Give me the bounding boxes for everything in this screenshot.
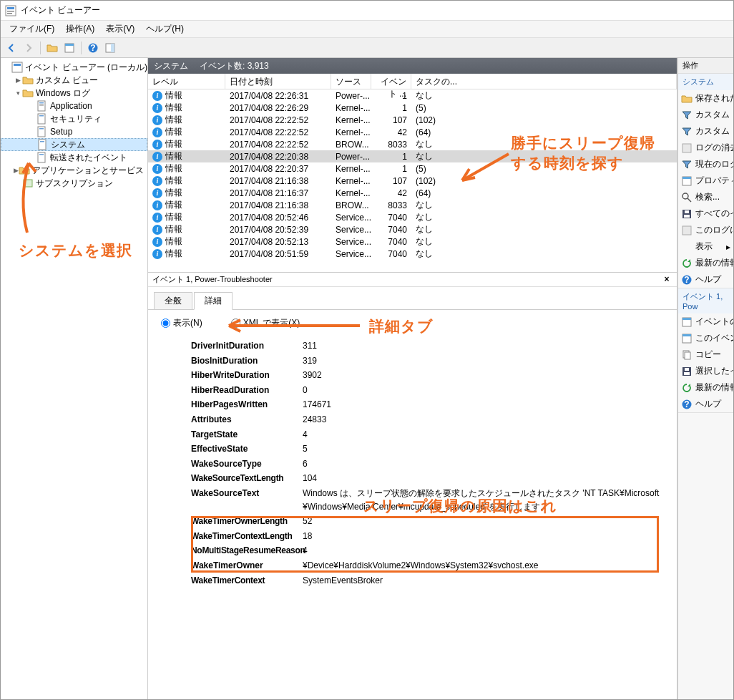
table-row[interactable]: i情報2017/04/08 22:20:38Power-...1なし	[148, 150, 677, 162]
grid-header[interactable]: レベル 日付と時刻 ソース イベント ... タスクの...	[148, 74, 677, 89]
tree-subscription[interactable]: サブスクリプション	[1, 177, 147, 190]
toolbar-help[interactable]: ?	[85, 40, 101, 56]
forward-button[interactable]	[21, 40, 36, 56]
prop-row: HiberReadDuration0	[191, 384, 662, 397]
tree-custom-view[interactable]: ▶カスタム ビュー	[1, 74, 147, 87]
svg-rect-42	[685, 368, 689, 371]
info-icon: i	[152, 200, 162, 210]
detail-panel: イベント 1, Power-Troubleshooter × 全般 詳細 表示(…	[148, 273, 677, 699]
table-row[interactable]: i情報2017/04/08 20:52:46Service...7040なし	[148, 211, 677, 223]
menu-help[interactable]: ヘルプ(H)	[140, 21, 190, 37]
action-icon	[681, 366, 693, 377]
detail-view-radio: 表示(N) XML で表示(X)	[148, 310, 677, 336]
prop-row: WakeTimerContextLength18	[191, 530, 662, 543]
table-row[interactable]: i情報2017/04/08 20:51:59Service...7040なし	[148, 248, 677, 260]
action-item[interactable]: このイベント	[678, 330, 733, 346]
table-row[interactable]: i情報2017/04/08 22:22:52Kernel-...107(102)	[148, 114, 677, 126]
action-item[interactable]: ログの消去	[678, 140, 733, 156]
action-header: 操作	[678, 58, 733, 74]
action-item[interactable]: 最新の情報	[678, 255, 733, 271]
toolbar-folder[interactable]	[44, 40, 60, 56]
action-icon	[681, 126, 693, 137]
tree-panel[interactable]: イベント ビューアー (ローカル) ▶カスタム ビュー ▾Windows ログ …	[1, 58, 148, 699]
action-item[interactable]: すべてのイ	[678, 205, 733, 222]
svg-rect-39	[685, 352, 690, 359]
prop-row: WakeTimerContextSystemEventsBroker	[191, 574, 662, 588]
action-sec-system: システム 保存されたカスタム ビカスタム ビログの消去現在のログプロパティ検索.…	[678, 74, 733, 288]
svg-rect-35	[682, 318, 691, 320]
menu-action[interactable]: 操作(A)	[60, 21, 100, 37]
action-item[interactable]: このログに	[678, 222, 733, 238]
svg-rect-13	[39, 102, 44, 104]
detail-close-button[interactable]: ×	[661, 274, 672, 286]
tree-item-application[interactable]: Application	[1, 99, 147, 112]
svg-text:?: ?	[684, 275, 689, 285]
table-row[interactable]: i情報2017/04/08 20:52:39Service...7040なし	[148, 223, 677, 235]
tree-windows-log[interactable]: ▾Windows ログ	[1, 87, 147, 99]
action-item[interactable]: ?ヘルプ	[678, 396, 733, 412]
tree-app-services[interactable]: ▶アプリケーションとサービス ログ	[1, 164, 147, 177]
action-item[interactable]: 現在のログ	[678, 156, 733, 172]
prop-row: WakeSourceType6	[191, 457, 662, 471]
col-date[interactable]: 日付と時刻	[225, 74, 331, 89]
table-row[interactable]: i情報2017/04/08 21:16:37Kernel-...42(64)	[148, 187, 677, 199]
info-icon: i	[152, 140, 162, 150]
svg-rect-41	[684, 372, 690, 375]
detail-header: イベント 1, Power-Troubleshooter ×	[148, 273, 677, 287]
event-grid[interactable]: レベル 日付と時刻 ソース イベント ... タスクの... i情報2017/0…	[148, 74, 677, 273]
tree-item-setup[interactable]: Setup	[1, 125, 147, 138]
svg-rect-16	[39, 115, 44, 117]
prop-row: HiberWriteDuration3902	[191, 369, 662, 382]
tree-root[interactable]: イベント ビューアー (ローカル)	[1, 61, 147, 74]
menubar: ファイル(F) 操作(A) 表示(V) ヘルプ(H)	[1, 21, 733, 38]
tree-item-forwarded[interactable]: 転送されたイベント	[1, 151, 147, 164]
col-level[interactable]: レベル	[148, 74, 225, 89]
action-item[interactable]: ?ヘルプ	[678, 271, 733, 288]
toolbar-panel[interactable]	[102, 40, 118, 56]
svg-rect-9	[111, 44, 114, 52]
radio-xml[interactable]: XML で表示(X)	[231, 317, 300, 329]
action-icon	[681, 349, 693, 361]
table-row[interactable]: i情報2017/04/08 22:26:31Power-...1なし	[148, 89, 677, 102]
table-row[interactable]: i情報2017/04/08 22:22:52BROW...8033なし	[148, 138, 677, 150]
detail-properties[interactable]: DriverInitDuration311BiosInitDuration319…	[148, 336, 677, 699]
col-task[interactable]: タスクの...	[411, 74, 677, 89]
action-item[interactable]: 最新の情報	[678, 379, 733, 396]
svg-rect-23	[24, 180, 32, 187]
info-icon: i	[152, 176, 162, 186]
table-row[interactable]: i情報2017/04/08 22:20:37Kernel-...1(5)	[148, 162, 677, 175]
col-eventid[interactable]: イベント ...	[371, 74, 411, 89]
svg-point-27	[682, 193, 688, 199]
action-item[interactable]: プロパティ	[678, 172, 733, 189]
tab-general[interactable]: 全般	[154, 292, 192, 310]
action-item[interactable]: 保存された	[678, 90, 733, 107]
table-row[interactable]: i情報2017/04/08 22:22:52Kernel-...42(64)	[148, 126, 677, 138]
event-viewer-window: イベント ビューアー ファイル(F) 操作(A) 表示(V) ヘルプ(H) ? …	[0, 0, 734, 700]
tab-detail[interactable]: 詳細	[194, 292, 233, 310]
action-item[interactable]: コピー	[678, 346, 733, 363]
action-icon	[681, 192, 693, 203]
menu-file[interactable]: ファイル(F)	[4, 21, 60, 37]
action-item[interactable]: 選択したイ	[678, 363, 733, 379]
action-item[interactable]: 検索...	[678, 189, 733, 205]
menu-view[interactable]: 表示(V)	[100, 21, 140, 37]
info-icon: i	[152, 152, 162, 162]
action-item[interactable]: カスタム ビ	[678, 123, 733, 140]
action-icon: ?	[681, 399, 693, 410]
col-source[interactable]: ソース	[331, 74, 371, 89]
table-row[interactable]: i情報2017/04/08 21:16:38Kernel-...107(102)	[148, 175, 677, 187]
action-item[interactable]: イベントの	[678, 313, 733, 330]
action-view[interactable]: 表示▸	[678, 238, 733, 255]
back-button[interactable]	[4, 40, 19, 56]
action-item[interactable]: カスタム ビ	[678, 107, 733, 123]
radio-friendly[interactable]: 表示(N)	[161, 317, 202, 329]
tree-item-system[interactable]: システム	[1, 138, 147, 151]
svg-rect-18	[39, 128, 44, 130]
toolbar-props[interactable]	[62, 40, 77, 56]
window-title: イベント ビューアー	[21, 4, 100, 16]
table-row[interactable]: i情報2017/04/08 20:52:13Service...7040なし	[148, 235, 677, 248]
table-row[interactable]: i情報2017/04/08 21:16:38BROW...8033なし	[148, 199, 677, 211]
svg-text:?: ?	[90, 43, 95, 53]
table-row[interactable]: i情報2017/04/08 22:26:29Kernel-...1(5)	[148, 102, 677, 114]
tree-item-security[interactable]: セキュリティ	[1, 112, 147, 125]
